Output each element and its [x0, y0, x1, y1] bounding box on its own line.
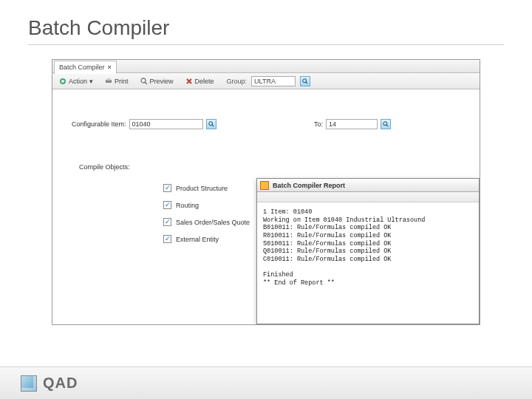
- compile-objects-label: Compile Objects:: [79, 163, 130, 171]
- checkbox-icon: ✓: [163, 201, 171, 209]
- svg-point-9: [208, 122, 212, 126]
- title-divider: [28, 44, 504, 45]
- config-item-input[interactable]: 01040: [129, 119, 203, 129]
- action-label: Action: [69, 78, 87, 85]
- svg-point-11: [383, 122, 387, 126]
- report-toolbar: [257, 192, 479, 202]
- report-window: Batch Compiler Report 1 Item: 01040 Work…: [256, 178, 480, 324]
- brand-logo-icon: [21, 375, 37, 392]
- delete-button[interactable]: Delete: [182, 76, 218, 86]
- check-product-structure[interactable]: ✓ Product Structure: [163, 184, 250, 192]
- checkbox-icon: ✓: [163, 235, 171, 243]
- svg-line-4: [145, 82, 147, 84]
- gear-icon: [59, 78, 66, 85]
- delete-icon: [185, 78, 193, 85]
- to-lookup-icon[interactable]: [381, 119, 391, 129]
- toolbar: Action ▾ Print Preview Delete: [52, 73, 480, 89]
- print-label: Print: [115, 78, 129, 85]
- action-button[interactable]: Action ▾: [55, 76, 97, 86]
- group-label: Group:: [227, 78, 248, 85]
- checkbox-icon: ✓: [163, 218, 171, 226]
- config-item-label: Configurable Item:: [72, 120, 126, 128]
- to-input[interactable]: 14: [326, 119, 378, 129]
- report-icon: [260, 181, 269, 190]
- page-title: Batch Compiler: [28, 16, 169, 40]
- check-routing[interactable]: ✓ Routing: [163, 201, 250, 209]
- tab-bar: Batch Compiler ×: [52, 60, 480, 73]
- checkbox-icon: ✓: [163, 184, 171, 192]
- svg-line-12: [386, 125, 388, 126]
- report-body: 1 Item: 01040 Working on Item 01040 Indu…: [257, 202, 479, 324]
- app-window: Batch Compiler × Action ▾ Print: [52, 59, 480, 325]
- check-sales-order[interactable]: ✓ Sales Order/Sales Quote: [163, 218, 250, 226]
- config-item-lookup-icon[interactable]: [206, 119, 216, 129]
- group-lookup-icon[interactable]: [300, 76, 310, 86]
- svg-line-10: [212, 125, 214, 126]
- check-external-entity[interactable]: ✓ External Entity: [163, 235, 250, 243]
- footer: QAD: [0, 366, 532, 399]
- svg-point-0: [61, 79, 65, 83]
- delete-label: Delete: [195, 78, 214, 85]
- preview-button[interactable]: Preview: [137, 76, 177, 86]
- tab-batch-compiler[interactable]: Batch Compiler ×: [54, 61, 117, 74]
- compile-objects-checks: ✓ Product Structure ✓ Routing ✓ Sales Or…: [163, 184, 250, 243]
- form-body: Configurable Item: 01040 To: 14 Compile …: [52, 89, 480, 324]
- report-title-text: Batch Compiler Report: [273, 182, 345, 189]
- check-label: External Entity: [176, 236, 219, 243]
- preview-label: Preview: [150, 78, 174, 85]
- report-titlebar[interactable]: Batch Compiler Report: [257, 179, 479, 192]
- svg-point-3: [141, 78, 146, 83]
- svg-line-8: [306, 81, 307, 83]
- check-label: Routing: [176, 202, 199, 209]
- to-label: To:: [314, 120, 323, 128]
- preview-icon: [140, 78, 148, 85]
- print-button[interactable]: Print: [101, 76, 132, 86]
- svg-point-7: [303, 78, 307, 82]
- check-label: Sales Order/Sales Quote: [176, 219, 250, 226]
- tab-label: Batch Compiler: [59, 64, 105, 71]
- brand-logo-text: QAD: [43, 375, 78, 392]
- chevron-down-icon: ▾: [89, 78, 93, 85]
- svg-rect-2: [107, 78, 111, 81]
- group-field[interactable]: ULTRA: [251, 76, 296, 86]
- close-icon[interactable]: ×: [108, 64, 112, 71]
- check-label: Product Structure: [176, 185, 228, 192]
- print-icon: [105, 78, 112, 85]
